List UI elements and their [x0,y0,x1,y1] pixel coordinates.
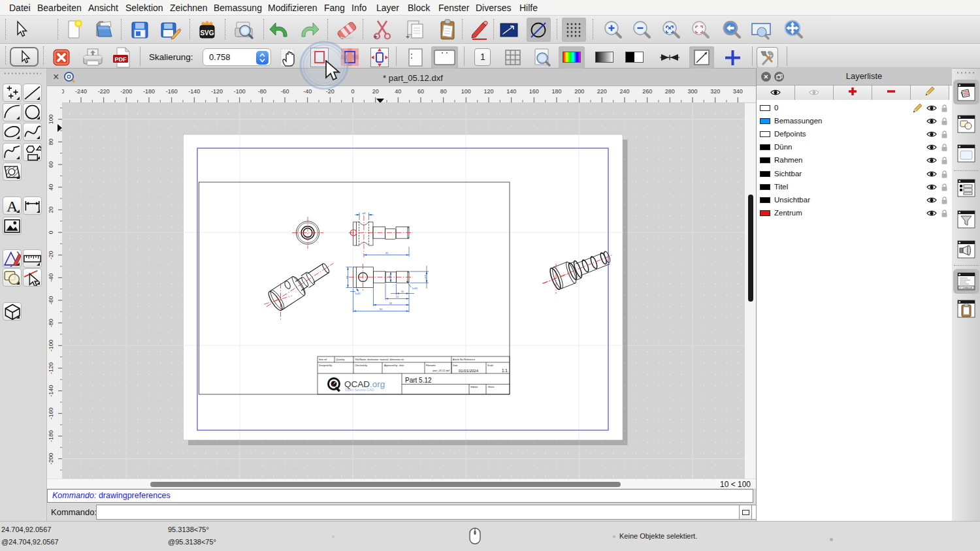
svg-text:Open Source CAD: Open Source CAD [345,388,374,392]
svg-text:100: 100 [48,114,54,124]
svg-text:280: 280 [665,88,675,95]
svg-text:ø8: ø8 [363,212,367,215]
svg-text:-20: -20 [48,251,54,259]
svg-text:+: + [374,33,378,40]
svg-text:-160: -160 [48,407,54,419]
svg-text:260: 260 [642,88,652,95]
svg-text:11: 11 [401,290,404,293]
svg-text:Quantity: Quantity [336,358,345,361]
svg-text:-260: -260 [62,88,64,95]
svg-text:-60: -60 [280,88,289,95]
svg-text:60: 60 [48,161,54,168]
svg-text:31: 31 [389,302,393,305]
svg-text:50: 50 [380,307,383,311]
svg-text:1x45°: 1x45° [412,287,419,290]
svg-text:-60: -60 [48,296,54,304]
svg-text:-240: -240 [75,88,87,95]
svg-text:220: 220 [597,88,607,95]
svg-text:340: 340 [733,88,743,95]
svg-text:Edition: Edition [471,386,478,388]
svg-text:160: 160 [529,88,539,95]
svg-text:300: 300 [687,88,697,95]
svg-text:-80: -80 [48,319,54,327]
svg-text:0: 0 [351,88,354,95]
svg-text:40: 40 [395,88,401,95]
svg-text:-140: -140 [48,385,54,397]
svg-text:-120: -120 [48,362,54,374]
svg-text:0: 0 [48,230,54,234]
svg-text:200: 200 [574,88,584,95]
svg-text:-100: -100 [234,88,246,95]
svg-text:18: 18 [346,276,349,279]
svg-text:ø10: ø10 [424,274,427,279]
svg-text:-140: -140 [188,88,200,95]
svg-text:Article No./Reference: Article No./Reference [453,358,475,361]
svg-text:320: 320 [710,88,720,95]
svg-text:20: 20 [48,206,54,213]
svg-text:20: 20 [372,88,379,95]
svg-text:ø9: ø9 [388,275,391,279]
svg-text:21: 21 [396,295,399,298]
svg-text:Sheet: Sheet [488,386,494,388]
svg-text:100: 100 [461,88,471,95]
svg-text:60: 60 [417,88,424,95]
svg-text:-220: -220 [98,88,110,95]
svg-text:> command: > command [960,287,972,289]
svg-text:-180: -180 [48,430,54,442]
svg-text:TM: TM [380,386,383,389]
svg-text:Checked by: Checked by [355,364,367,367]
svg-text:40: 40 [48,184,54,191]
svg-text:Date: Date [453,364,458,367]
svg-text:80: 80 [48,138,54,145]
svg-text:-120: -120 [211,88,223,95]
svg-text:Filename: Filename [426,364,436,367]
svg-text:PDF: PDF [115,56,127,63]
svg-text:-80: -80 [258,88,267,95]
svg-text:Designed by: Designed by [319,364,332,367]
svg-text:-180: -180 [143,88,155,95]
svg-text:-200: -200 [48,453,54,465]
svg-text:Scale: Scale [487,364,493,367]
svg-text:Title/Name, destination, mater: Title/Name, destination, material, dimen… [355,358,404,361]
svg-text:part_05.12.dxf: part_05.12.dxf [433,369,449,372]
svg-text:1x45°: 1x45° [355,292,361,295]
svg-text:Approved by - date: Approved by - date [384,364,404,367]
svg-text:Item ref: Item ref [319,358,327,361]
svg-text:-200: -200 [120,88,132,95]
svg-text:240: 240 [619,88,629,95]
svg-text:-160: -160 [166,88,178,95]
svg-text:41: 41 [385,251,389,255]
svg-text:140: 140 [506,88,516,95]
svg-text:1:1: 1:1 [502,368,508,373]
svg-text:-100: -100 [48,339,54,351]
svg-text:Part 5.12: Part 5.12 [405,377,432,384]
svg-text:80: 80 [440,88,447,95]
svg-text:01/01/2024: 01/01/2024 [459,369,479,373]
svg-text:180: 180 [551,88,561,95]
svg-text:-40: -40 [48,274,54,282]
svg-text:SVG: SVG [200,29,214,37]
svg-text:+: + [406,33,410,40]
svg-text:120: 120 [483,88,493,95]
